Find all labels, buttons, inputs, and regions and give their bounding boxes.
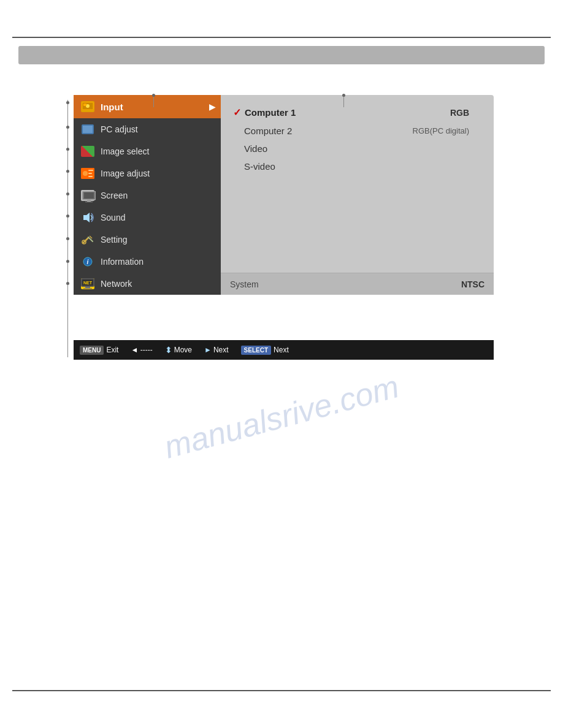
system-label: System [230,279,259,289]
input-option-computer2[interactable]: Computer 2 RGB(PC digital) [233,123,481,138]
checkmark-computer1: ✓ [233,107,241,118]
sidebar-item-label-pc-adjust: PC adjust [101,124,138,134]
sidebar-item-label-screen: Screen [101,191,128,200]
image-adjust-icon-shape [81,168,94,179]
image-select-icon-shape [81,146,94,157]
sidebar-item-label-image-select: Image select [101,146,149,156]
top-border [12,37,551,38]
pointer-dot-top [152,94,155,97]
svg-rect-21 [85,287,90,288]
svg-text:NET: NET [83,281,93,285]
toolbar-move: ⬍ Move [159,340,198,360]
pointer-dot-setting [66,237,69,240]
screen-icon [80,189,96,202]
sidebar-item-label-image-adjust: Image adjust [101,169,150,178]
svg-rect-9 [84,192,94,199]
input-option-computer1[interactable]: ✓ Computer 1 RGB [233,104,481,121]
pointer-dot-pc [66,126,69,129]
pointer-dot-imgadj [66,170,69,173]
pointer-dot-imgsel [66,148,69,151]
svg-rect-10 [87,200,91,202]
svg-rect-22 [83,288,92,289]
network-icon-shape: NET [81,278,94,289]
input-icon [80,100,96,113]
sidebar-item-label-information: Information [101,257,144,267]
toolbar-dashes: ◄ ----- [124,340,158,360]
pointer-dot-network [66,282,69,285]
setting-icon-shape [81,234,94,245]
information-icon: i [80,255,96,268]
svg-rect-5 [88,170,93,171]
sidebar-item-image-adjust[interactable]: Image adjust [74,162,221,184]
svg-rect-2 [83,104,86,106]
sidebar-item-network[interactable]: NET Network [74,273,221,295]
screen-icon-shape [81,190,94,201]
pointer-dot-sound [66,214,69,218]
dashes-text: ◄ ----- [131,346,152,354]
pointer-line-1 [67,100,68,357]
svg-rect-7 [88,176,93,177]
sidebar-item-setting[interactable]: Setting [74,229,221,251]
input-option-video[interactable]: Video [233,141,481,156]
svg-rect-6 [88,173,92,174]
svg-rect-11 [85,202,93,202]
svg-marker-12 [83,213,90,222]
svg-text:i: i [87,259,89,265]
pointer-dot-info [66,260,69,263]
system-bar: System NTSC [221,273,494,295]
sidebar-item-label-input: Input [101,102,123,112]
input-arrow-right: ▶ [209,102,216,112]
setting-icon [80,233,96,246]
toolbar-select-next[interactable]: SELECT Next [235,340,295,360]
exit-label: Exit [106,346,118,354]
sound-icon [80,211,96,224]
pc-adjust-icon [80,123,96,136]
next-label: Next [213,346,229,354]
move-label: Move [174,346,192,354]
right-panel: ✓ Computer 1 RGB Computer 2 RGB(PC digit… [221,95,494,295]
svg-point-4 [83,171,88,176]
pointer-line-top-right [343,95,344,107]
toolbar-next[interactable]: ► Next [198,340,235,360]
sidebar-item-sound[interactable]: Sound [74,207,221,229]
input-type-computer2: RGB(PC digital) [413,126,469,135]
menu-container: Input ▶ PC adjust Image select [74,95,494,295]
pointer-dot-top-right [342,94,345,97]
sidebar-item-label-sound: Sound [101,213,125,222]
select-key: SELECT [241,346,271,355]
toolbar: MENU Exit ◄ ----- ⬍ Move ► Next SELECT N… [74,340,494,360]
image-select-icon [80,145,96,158]
system-value: NTSC [461,279,484,289]
network-icon: NET [80,277,96,290]
sidebar-item-image-select[interactable]: Image select [74,140,221,162]
sound-icon-shape [81,212,94,223]
input-type-computer1: RGB [450,108,469,118]
input-option-svideo[interactable]: S-video [233,159,481,174]
watermark: manualsrive.com [160,368,402,466]
pointer-dot-input [66,101,69,104]
pointer-dot-screen [66,192,69,195]
header-bar [18,46,545,64]
move-icon: ⬍ [165,345,172,355]
sidebar-item-label-network: Network [101,279,132,289]
sidebar-item-pc-adjust[interactable]: PC adjust [74,118,221,140]
input-label-computer1: Computer 1 [245,107,296,118]
next-arrow-icon: ► [204,346,212,354]
select-next-label: Next [274,346,289,354]
image-adjust-icon [80,167,96,180]
pointer-line-top [153,95,154,107]
menu-key: MENU [80,346,104,355]
info-icon-shape: i [81,256,94,267]
left-panel: Input ▶ PC adjust Image select [74,95,221,295]
input-icon-shape [81,101,94,112]
bottom-border [12,690,551,691]
toolbar-exit[interactable]: MENU Exit [74,340,124,360]
input-label-svideo: S-video [244,161,275,172]
input-label-computer2: Computer 2 [244,126,292,136]
sidebar-item-input[interactable]: Input ▶ [74,95,221,118]
input-label-video: Video [244,143,267,154]
sidebar-item-label-setting: Setting [101,235,128,245]
pc-icon-shape [82,124,94,134]
sidebar-item-screen[interactable]: Screen [74,184,221,207]
sidebar-item-information[interactable]: i Information [74,251,221,273]
